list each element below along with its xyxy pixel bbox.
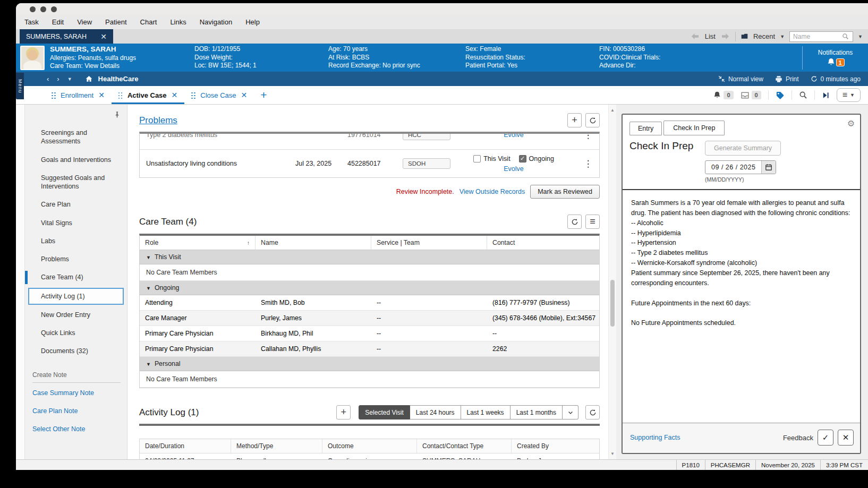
menu-item-help[interactable]: Help <box>245 18 260 26</box>
sidebar-item-problems[interactable]: Problems <box>25 250 127 268</box>
filter-last-24-hours[interactable]: Last 24 hours <box>410 405 461 419</box>
tab-active-case[interactable]: Active Case✕ <box>112 86 184 104</box>
tab-enrollment[interactable]: Enrollment✕ <box>45 86 112 104</box>
sidebar-item-care-team-4[interactable]: Care Team (4) <box>25 268 127 286</box>
main-scrollbar[interactable]: ▲ ▼ <box>608 105 616 459</box>
window-control-dot[interactable] <box>40 6 46 12</box>
care-team-menu-button[interactable]: ≡ <box>585 215 600 229</box>
recent-label[interactable]: Recent <box>753 32 775 40</box>
group-header-this-visit[interactable]: ▼This Visit <box>140 250 599 264</box>
close-icon[interactable]: ✕ <box>98 91 105 99</box>
sidebar-item-labs[interactable]: Labs <box>25 232 127 250</box>
menu-side-tab[interactable]: Menu <box>16 73 24 99</box>
prep-date-field[interactable]: 09 / 26 / 2025 <box>705 160 776 174</box>
column-header-contact-type[interactable]: Contact/Contact Type <box>417 439 512 453</box>
window-control-dot[interactable] <box>51 6 57 12</box>
sidebar-item-care-plan[interactable]: Care Plan <box>25 195 127 213</box>
group-header-personal[interactable]: ▼Personal <box>140 357 599 371</box>
menu-item-chart[interactable]: Chart <box>140 18 157 26</box>
patient-tab[interactable]: SUMMERS, SARAH ✕ <box>20 29 113 44</box>
close-icon[interactable]: ✕ <box>99 32 108 41</box>
filter-last-1-months[interactable]: Last 1 months <box>510 405 563 419</box>
problem-row[interactable]: Unsatisfactory living conditions Jul 23,… <box>140 150 599 177</box>
sidebar-item-vital-signs[interactable]: Vital Signs <box>25 214 127 232</box>
care-team-row[interactable]: AttendingSmith MD, Bob--(816) 777-9797 (… <box>140 295 599 311</box>
menu-item-navigation[interactable]: Navigation <box>200 18 232 26</box>
evolve-link[interactable]: Evolve <box>504 165 524 173</box>
supporting-facts-link[interactable]: Supporting Facts <box>630 434 680 441</box>
sidebar-item-suggested-goals-and-interventions[interactable]: Suggested Goals and Interventions <box>25 169 127 196</box>
care-team-row[interactable]: Primary Care PhysicianBirkhaug MD, Phil-… <box>140 326 599 341</box>
filter-selected-visit[interactable]: Selected Visit <box>359 405 410 419</box>
sidebar-item-documents-32[interactable]: Documents (32) <box>25 342 127 360</box>
care-team-row[interactable]: Primary Care PhysicianCallahan MD, Phyll… <box>140 341 599 357</box>
home-icon[interactable] <box>85 75 93 83</box>
note-link-select-other-note[interactable]: Select Other Note <box>25 420 127 438</box>
view-outside-records-link[interactable]: View Outside Records <box>459 188 525 195</box>
alerts-indicator[interactable]: 0 <box>713 91 733 99</box>
column-header-outcome[interactable]: Outcome <box>322 439 417 453</box>
care-team-row[interactable]: Care ManagerPurley, James--(345) 678-346… <box>140 311 599 326</box>
sidebar-item-quick-links[interactable]: Quick Links <box>25 324 127 342</box>
column-header-contact[interactable]: Contact <box>487 236 599 250</box>
nav-back-icon[interactable]: ‹ <box>47 75 49 83</box>
search-icon[interactable] <box>799 91 807 99</box>
sidebar-item-activity-log-1[interactable]: Activity Log (1) <box>28 288 124 305</box>
column-header-service-team[interactable]: Service | Team <box>371 236 487 250</box>
mark-as-reviewed-button[interactable]: Mark as Reviewed <box>530 185 600 199</box>
patient-photo[interactable] <box>20 46 45 70</box>
tab-entry[interactable]: Entry <box>629 122 662 135</box>
search-icon[interactable] <box>842 33 849 40</box>
refresh-problems-button[interactable] <box>585 113 600 127</box>
this-visit-checkbox[interactable]: This Visit <box>473 155 510 162</box>
normal-view-button[interactable]: Normal view <box>718 75 763 83</box>
window-control-dot[interactable] <box>30 6 36 12</box>
note-link-case-summary-note[interactable]: Case Summary Note <box>25 384 127 402</box>
menu-item-links[interactable]: Links <box>170 18 186 26</box>
prep-date-value[interactable]: 09 / 26 / 2025 <box>705 161 761 174</box>
menu-item-task[interactable]: Task <box>24 18 39 26</box>
feedback-positive-button[interactable]: ✓ <box>818 430 833 446</box>
column-header-date-duration[interactable]: Date/Duration <box>140 439 231 453</box>
skip-to-panel-icon[interactable] <box>822 91 830 99</box>
sidebar-item-goals-and-interventions[interactable]: Goals and Interventions <box>25 151 127 169</box>
tag-icon[interactable] <box>776 91 785 100</box>
chevron-down-icon[interactable]: ▼ <box>858 34 863 39</box>
close-icon[interactable]: ✕ <box>241 91 248 99</box>
sidebar-item-new-order-entry[interactable]: New Order Entry <box>25 306 127 324</box>
page-menu-button[interactable]: ≡▼ <box>837 88 861 102</box>
bell-icon[interactable] <box>827 57 836 66</box>
pin-icon[interactable] <box>114 111 121 118</box>
column-header-name[interactable]: Name <box>256 236 371 250</box>
care-team-view-details[interactable]: Care Team: View Details <box>50 62 194 71</box>
problem-row-clipped[interactable]: Type 2 diabetes mellitus 197761014 HCC E… <box>140 134 599 150</box>
evolve-link[interactable]: Evolve <box>504 134 524 139</box>
add-problem-button[interactable]: + <box>567 113 582 127</box>
kebab-menu-icon[interactable]: ⋮ <box>577 158 599 169</box>
group-header-ongoing[interactable]: ▼Ongoing <box>140 281 599 295</box>
kebab-menu-icon[interactable]: ⋮ <box>577 134 599 141</box>
column-header-method-type[interactable]: Method/Type <box>231 439 322 453</box>
drag-handle-icon[interactable] <box>118 92 123 99</box>
tab-check-in-prep[interactable]: Check In Prep <box>663 121 725 135</box>
close-icon[interactable]: ✕ <box>172 91 178 99</box>
list-back-icon[interactable] <box>690 33 700 40</box>
drag-handle-icon[interactable] <box>191 92 195 99</box>
print-button[interactable]: Print <box>775 75 799 83</box>
add-activity-button[interactable]: + <box>336 405 351 419</box>
refresh-care-team-button[interactable] <box>567 215 582 229</box>
patient-search-input[interactable] <box>793 33 842 40</box>
chevron-down-icon[interactable]: ▼ <box>780 34 785 39</box>
tab-close-case[interactable]: Close Case✕ <box>184 86 254 104</box>
scroll-down-icon[interactable]: ▼ <box>609 451 616 456</box>
problems-title-link[interactable]: Problems <box>139 115 177 126</box>
scroll-up-icon[interactable]: ▲ <box>609 108 616 113</box>
note-link-care-plan-note[interactable]: Care Plan Note <box>25 402 127 420</box>
scrollbar-thumb[interactable] <box>610 280 615 327</box>
feedback-negative-button[interactable]: ✕ <box>838 430 854 446</box>
menu-item-patient[interactable]: Patient <box>105 18 126 26</box>
ongoing-checkbox[interactable]: ✓Ongoing <box>519 155 554 162</box>
sidebar-item-screenings-and-assessments[interactable]: Screenings and Assessments <box>25 124 127 151</box>
drag-handle-icon[interactable] <box>52 92 56 99</box>
nav-history-chevron-icon[interactable]: ▼ <box>67 76 72 82</box>
